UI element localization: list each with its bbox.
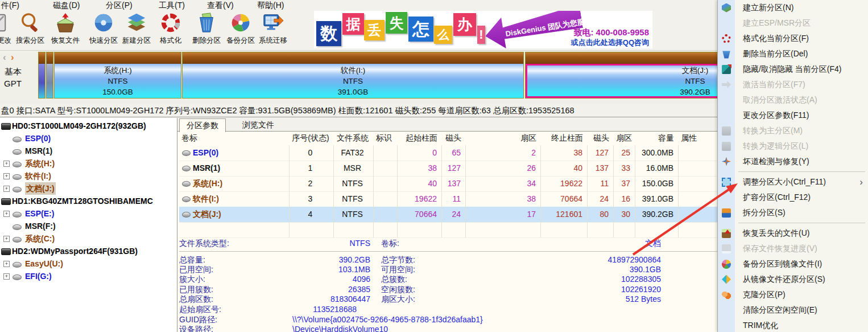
menu-item-new-partition[interactable]: 建立新分区(N) (718, 0, 868, 15)
menu-item-activate-partition[interactable]: 激活当前分区(F7) (718, 77, 868, 92)
menu-item-delete-partition[interactable]: 删除当前分区(Del) (718, 46, 868, 62)
partition-block-system[interactable]: 系统(H:) NTFS 150.0GB (54, 52, 181, 99)
menu-item-split-partition[interactable]: 拆分分区(S) (718, 205, 868, 220)
tab-partition-params[interactable]: 分区参数 (179, 118, 226, 132)
expand-icon[interactable]: + (3, 161, 10, 167)
system-migrate-button[interactable]: 系统迁移 (257, 12, 290, 48)
menu-item-to-primary[interactable]: 转换为主分区(M) (718, 123, 868, 138)
partition-name: 系统(H:) (104, 65, 132, 76)
partition-fs: NTFS (343, 76, 363, 87)
tree-item-efi-g[interactable]: +EFI(G:) (0, 270, 177, 282)
menu-file[interactable]: 件(F) (1, 1, 19, 11)
menu-item-cancel-active[interactable]: 取消分区激活状态(A) (718, 92, 868, 108)
partition-name: 文档(J:) (682, 65, 709, 76)
menu-item-expand-partition[interactable]: 扩容分区(Ctrl_F12) (718, 190, 868, 205)
tree-item-hd0[interactable]: HD0:ST1000LM049-2GH172(932GB) (0, 120, 177, 132)
menu-item-to-logical[interactable]: 转换为逻辑分区(L) (718, 138, 868, 154)
menu-item-resize-partition[interactable]: 调整分区大小(Ctrl_F11)› (718, 174, 868, 190)
expand-icon[interactable]: + (3, 173, 10, 179)
menu-help[interactable]: 帮助(H) (257, 1, 284, 11)
disk-tree: HD0:ST1000LM049-2GH172(932GB) ESP(0) MSR… (0, 118, 177, 332)
table-row[interactable]: ESP(0) 0 FAT32 0 65 2 38 127 25 300.0MB (179, 145, 717, 161)
nav-right-icon[interactable]: › (11, 52, 14, 63)
to-logical-icon (722, 142, 731, 151)
menu-item-backup-to-image[interactable]: 备份分区到镜像文件(I) (718, 256, 868, 272)
search-partition-button[interactable]: 搜索分区 (14, 12, 47, 48)
menu-view[interactable]: 查看(V) (207, 1, 234, 11)
new-partition-button[interactable]: 新建分区 (120, 12, 153, 48)
expand-icon[interactable]: + (3, 186, 10, 192)
partition-block-software[interactable]: 软件(I:) NTFS 391.0GB (182, 52, 524, 99)
backup-partition-button[interactable]: 备份分区 (224, 12, 257, 48)
menu-item-save-recovery-progress[interactable]: 保存文件恢复进度(V) (718, 241, 868, 256)
delete-icon (722, 50, 731, 59)
tree-item-hd1[interactable]: HD1:KBG40ZMT128GTOSHIBAMEMC (0, 195, 177, 207)
msr-strip[interactable] (46, 52, 53, 99)
tree-item-esp0[interactable]: ESP(0) (0, 132, 177, 145)
nav-left-icon[interactable]: ‹ (3, 52, 6, 63)
tree-item-documents-j[interactable]: +文档(J:) (0, 182, 177, 195)
delete-partition-button[interactable]: 删除分区 (190, 12, 223, 48)
menu-item-bad-track-check[interactable]: 坏道检测与修复(Y) (718, 154, 868, 169)
tree-item-hd2[interactable]: HD2:WDMyPassport264F(931GB) (0, 245, 177, 257)
menu-item-recover-files[interactable]: 恢复丢失的文件(U) (718, 226, 868, 241)
detail-separator (179, 251, 717, 252)
expand-icon[interactable]: + (3, 236, 10, 242)
detail-row: 文件系统类型: NTFS 卷标: 文档 (179, 239, 717, 248)
format-button[interactable]: 格式化 (154, 12, 187, 48)
detail-row: 总扇区数: 818306447 扇区大小: 512 Bytes (179, 294, 717, 304)
partition-name: 软件(I:) (341, 65, 366, 76)
table-row[interactable]: 软件(I:) 3 NTFS 19622 11 38 70664 24 16 39… (179, 191, 717, 207)
partition-fs: NTFS (108, 76, 127, 87)
menu-item-change-params[interactable]: 更改分区参数(F11) (718, 108, 868, 123)
ad-qq-link[interactable]: 或点击此处选择QQ咨询 (571, 38, 649, 48)
toolbar-label: 恢复文件 (51, 36, 80, 46)
menu-item-trim[interactable]: TRIM优化 (718, 318, 868, 332)
tab-browse-files[interactable]: 浏览文件 (235, 118, 281, 132)
resize-partition-icon (722, 178, 731, 187)
menu-item-format-partition[interactable]: 格式化当前分区(F) (718, 31, 868, 46)
disk-icon (1, 123, 11, 130)
tree-item-msr-f[interactable]: MSR(F:) (0, 220, 177, 232)
expand-icon[interactable]: + (3, 211, 10, 217)
recover-files-button[interactable]: 恢复文件 (49, 12, 82, 48)
partition-icon (182, 150, 191, 156)
disk-icon (1, 198, 11, 205)
disk-scheme-label: GPT (4, 79, 22, 88)
menu-item-clone-partition[interactable]: 克隆分区(P) (718, 287, 868, 302)
tree-item-system-h[interactable]: +系统(H:) (0, 157, 177, 170)
menu-disk[interactable]: 磁盘(D) (53, 1, 80, 11)
menu-item-hide-partition[interactable]: 隐藏/取消隐藏 当前分区(F4) (718, 62, 868, 77)
ad-tile: 数 (316, 21, 341, 46)
menu-item-restore-from-image[interactable]: 从镜像文件还原分区(S) (718, 272, 868, 287)
table-row[interactable]: MSR(1) 1 MSR 38 127 26 40 137 33 16.0MB (179, 161, 717, 177)
table-row-empty (179, 222, 717, 238)
ad-tile: 丢 (364, 20, 385, 40)
tree-item-software-i[interactable]: +软件(I:) (0, 170, 177, 182)
expand-icon[interactable]: + (3, 261, 10, 267)
partition-head (183, 52, 523, 64)
ad-banner[interactable]: 数 据 丢 失 怎 么 办 ! DiskGenius 团队为您服务 致电: 40… (314, 11, 652, 48)
tree-item-easyu-u[interactable]: +EasyU(U:) (0, 257, 177, 270)
tree-item-system-c[interactable]: +系统(C:) (0, 232, 177, 245)
esp-strip[interactable] (38, 52, 46, 99)
table-row-selected[interactable]: 文档(J:) 4 NTFS 70664 24 17 121601 80 30 3… (179, 207, 717, 223)
quick-partition-button[interactable]: 快速分区 (87, 12, 120, 48)
menu-item-wipe-free-space[interactable]: 清除分区空闲空间(E) (718, 302, 868, 318)
tree-item-msr1[interactable]: MSR(1) (0, 145, 177, 157)
menu-partition[interactable]: 分区(P) (106, 1, 133, 11)
context-menu: 建立新分区(N) 建立ESP/MSR分区 格式化当前分区(F) 删除当前分区(D… (717, 0, 868, 332)
menu-item-create-esp-msr[interactable]: 建立ESP/MSR分区 (718, 15, 868, 31)
save-changes-button[interactable]: 保存更改 (0, 12, 14, 48)
tree-item-esp-e[interactable]: +ESP(E:) (0, 207, 177, 220)
toolbar-label: 搜索分区 (16, 36, 44, 46)
table-row[interactable]: 系统(H:) 2 NTFS 40 137 34 19622 11 37 150.… (179, 176, 717, 192)
menu-tools[interactable]: 工具(T) (159, 1, 185, 11)
expand-icon[interactable]: + (3, 273, 10, 280)
search-partition-icon (19, 12, 41, 34)
recover-files-icon (55, 12, 76, 34)
ad-tile: 么 (434, 26, 452, 44)
disk-type-label: 基本 (5, 67, 22, 77)
ad-tile: 怎 (408, 17, 433, 42)
format-icon (722, 34, 731, 43)
